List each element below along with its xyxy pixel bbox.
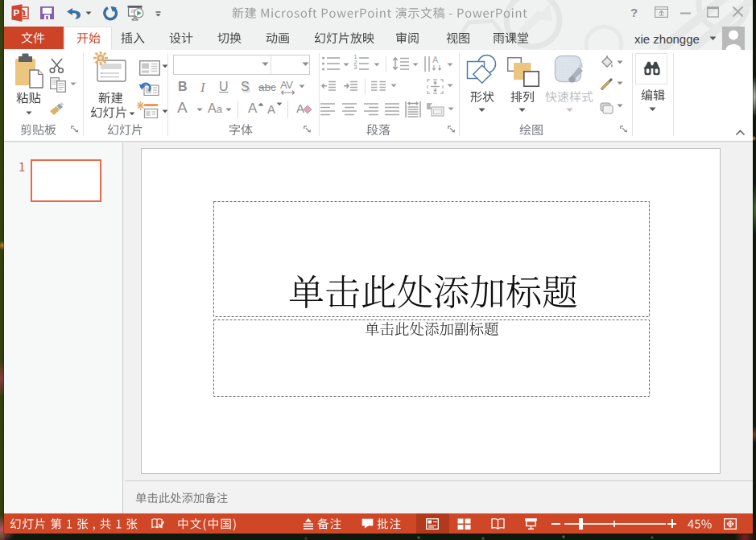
svg-text:P: P (14, 8, 20, 18)
svg-text:A: A (296, 101, 304, 115)
svg-text:A: A (432, 56, 439, 64)
